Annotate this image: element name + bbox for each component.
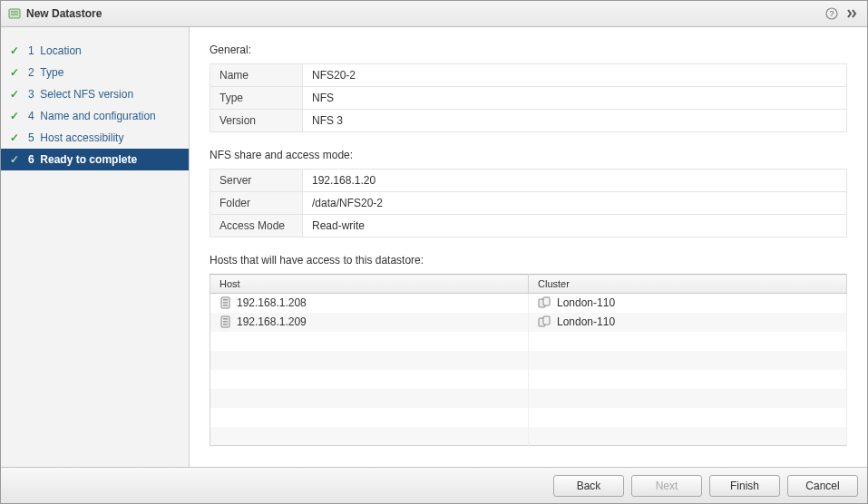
hosts-row-empty [210,351,847,370]
svg-rect-8 [223,305,228,306]
step-type[interactable]: ✓ 2 Type [1,62,189,83]
hosts-row-empty [210,427,847,446]
step-ready-complete[interactable]: ✓ 6 Ready to complete [1,149,189,170]
hosts-row-empty [210,370,847,389]
cluster-name: London-110 [557,296,615,309]
hosts-row[interactable]: 192.168.1.209 London-110 [210,313,847,332]
host-ip: 192.168.1.208 [237,296,307,309]
step-num: 4 [28,110,34,122]
general-name-value: NFS20-2 [303,64,847,87]
share-mode-key: Access Mode [210,215,303,237]
hosts-row[interactable]: 192.168.1.208 London-110 [210,294,847,313]
share-server-key: Server [210,170,303,192]
step-num: 3 [28,88,34,101]
table-row: Folder /data/NFS20-2 [210,192,847,215]
step-label: Type [40,66,63,79]
step-label: Ready to complete [40,153,137,166]
svg-text:?: ? [829,9,834,18]
step-location[interactable]: ✓ 1 Location [1,40,189,62]
host-ip: 192.168.1.209 [237,315,307,328]
hosts-row-empty [210,389,847,408]
svg-rect-12 [223,318,228,320]
table-row: Type NFS [210,87,847,110]
dialog-body: ✓ 1 Location ✓ 2 Type ✓ 3 Select NFS ver… [1,27,867,467]
check-icon: ✓ [10,44,23,57]
share-server-value: 192.168.1.20 [303,170,847,192]
window-title: New Datastore [26,7,820,20]
wizard-steps: ✓ 1 Location ✓ 2 Type ✓ 3 Select NFS ver… [1,27,190,467]
share-mode-value: Read-write [303,215,847,237]
check-icon: ✓ [10,153,23,166]
help-icon[interactable]: ? [824,5,840,22]
svg-rect-16 [543,316,550,325]
finish-button[interactable]: Finish [709,475,780,497]
check-icon: ✓ [10,88,23,101]
general-type-value: NFS [303,87,847,110]
svg-rect-2 [11,14,18,15]
share-folder-value: /data/NFS20-2 [303,192,847,215]
step-host-accessibility[interactable]: ✓ 5 Host accessibility [1,127,189,149]
step-num: 5 [28,131,34,144]
share-folder-key: Folder [210,192,303,215]
titlebar: New Datastore ? [1,1,867,27]
general-version-key: Version [210,110,303,132]
table-row: Version NFS 3 [210,110,847,132]
check-icon: ✓ [10,131,23,144]
host-icon [219,315,231,328]
step-num: 6 [28,153,34,166]
back-button[interactable]: Back [553,475,624,497]
svg-rect-14 [223,324,228,325]
step-name-config[interactable]: ✓ 4 Name and configuration [1,105,189,127]
step-num: 1 [28,44,34,57]
svg-rect-10 [543,297,550,305]
hosts-row-empty [210,332,847,351]
hosts-table: Host Cluster [210,274,847,446]
general-version-value: NFS 3 [303,110,847,132]
cluster-icon [538,296,551,309]
cancel-button[interactable]: Cancel [787,475,858,497]
step-label: Name and configuration [40,110,155,122]
cluster-icon [538,315,551,328]
step-num: 2 [28,66,34,79]
table-row: Server 192.168.1.20 [210,170,847,192]
hosts-label: Hosts that will have access to this data… [210,254,847,267]
general-table: Name NFS20-2 Type NFS Version NFS 3 [210,63,847,132]
svg-rect-7 [223,302,228,304]
check-icon: ✓ [10,110,23,122]
general-label: General: [210,44,847,56]
next-button: Next [631,475,702,497]
general-type-key: Type [210,87,303,110]
footer: Back Next Finish Cancel [1,467,867,503]
general-name-key: Name [210,64,303,87]
hosts-header-cluster[interactable]: Cluster [529,275,847,294]
table-row: Access Mode Read-write [210,215,847,237]
hosts-header-host[interactable]: Host [210,275,529,294]
step-label: Select NFS version [40,88,133,101]
step-label: Location [40,44,81,57]
step-label: Host accessibility [40,131,123,144]
check-icon: ✓ [10,66,23,79]
share-label: NFS share and access mode: [210,149,847,161]
host-icon [219,296,231,309]
cluster-name: London-110 [557,315,615,328]
datastore-icon [8,7,21,20]
share-table: Server 192.168.1.20 Folder /data/NFS20-2… [210,169,847,237]
svg-rect-13 [223,321,228,323]
table-row: Name NFS20-2 [210,64,847,87]
step-nfs-version[interactable]: ✓ 3 Select NFS version [1,83,189,105]
hosts-row-empty [210,408,847,427]
content-pane: General: Name NFS20-2 Type NFS Version N… [190,27,867,467]
svg-rect-6 [223,299,228,301]
svg-rect-1 [11,11,18,13]
collapse-icon[interactable] [844,5,860,22]
